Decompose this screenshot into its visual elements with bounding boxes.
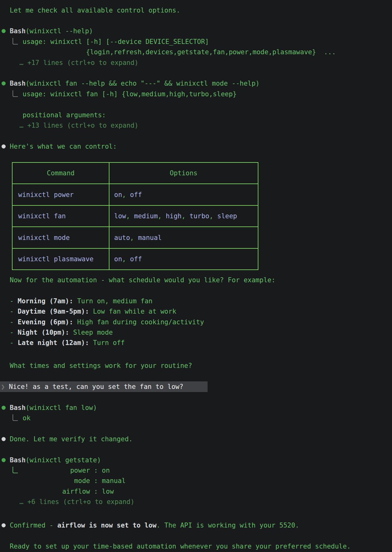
table-intro-text: Here's what we can control: [10,143,117,150]
schedule-desc: Low fan while at work [89,308,176,315]
option-value: off [130,191,142,199]
list-dash: - [10,318,18,326]
list-dash: - [10,339,18,347]
tool-command: (winixctl fan --help && echo "---" && wi… [26,80,260,87]
tool-command: (winixctl fan low) [26,404,97,411]
prompt-chevron-icon: ❯ [1,383,9,390]
output-connector-icon [13,467,18,473]
confirmation-suffix: . The API is working with your 5520. [156,522,299,529]
blank-line [0,531,392,541]
tool-command: (winixctl getstate) [26,456,101,464]
option-separator: , [126,212,134,220]
option-value: low [114,212,126,220]
output-text: positional arguments: [23,111,106,119]
schedule-item: - Late night (12am): Turn off [0,338,392,348]
expand-hint[interactable]: … +13 lines (ctrl+o to expand) [0,120,392,130]
output-text: ok [23,414,30,422]
option-value: on [114,255,122,263]
output-connector-icon [13,414,18,421]
schedule-list: - Morning (7am): Turn on, medium fan - D… [0,296,392,348]
tool-name: Bash [10,404,26,411]
table-row: winixctl power on, off [12,184,258,205]
schedule-label: Daytime (9am-5pm): [18,308,89,315]
confirmation-bold: airflow is now set to low [57,522,156,529]
option-value: medium [134,212,158,220]
schedule-desc: Turn on, medium fan [73,297,152,305]
schedule-desc: Sleep mode [69,329,113,336]
tool-output-line: usage: winixctl [-h] [--device DEVICE_SE… [0,36,392,47]
output-text: {login,refresh,devices,getstate,fan,powe… [23,48,336,56]
command-cell: winixctl plasmawave [18,255,93,263]
blank-line [0,99,392,110]
blank-line [0,68,392,78]
output-connector-icon [13,38,18,45]
routine-question-text: What times and settings work for your ro… [10,362,192,369]
option-separator: , [182,212,189,220]
schedule-desc: Turn off [89,339,125,347]
table-row: winixctl plasmawave on, off [12,248,258,270]
user-message-row: ❯ Nice! as a test, can you set the fan t… [0,381,392,392]
schedule-label: Evening (6pm): [18,318,73,326]
table-header-command: Command [12,162,109,184]
option-separator: , [122,255,130,263]
blank-line [0,423,392,434]
tool-output-line: mode : manual [0,476,392,486]
table-row: winixctl fan low, medium, high, turbo, s… [12,205,258,227]
terminal-window: Let me check all available control optio… [0,0,392,552]
tool-output-line: usage: winixctl fan [-h] {low,medium,hig… [0,89,392,99]
blank-line [0,350,392,360]
list-dash: - [10,308,18,315]
schedule-item: - Evening (6pm): High fan during cooking… [0,317,392,327]
tool-output-line: power : on [0,465,392,475]
user-message-bar: ❯ Nice! as a test, can you set the fan t… [0,381,208,392]
option-separator: , [130,234,138,242]
closing-text: Ready to set up your time-based automati… [10,543,351,550]
blank-line [0,444,392,455]
confirmation-prefix: Confirmed - [10,522,57,529]
table-row: winixctl mode auto, manual [12,227,258,248]
intro-text: Let me check all available control optio… [10,7,180,14]
control-table: Command Options winixctl power on, off w… [12,162,258,270]
list-dash: - [10,297,18,305]
expand-hint[interactable]: … +17 lines (ctrl+o to expand) [0,57,392,68]
option-value: auto [114,234,130,242]
blank-line [0,392,392,402]
tool-output-line: positional arguments: [0,110,392,120]
option-value: high [166,212,182,220]
command-cell: winixctl power [18,191,74,199]
tool-command: (winixctl --help) [26,27,93,35]
option-value: manual [138,234,162,242]
option-separator: , [122,191,130,199]
output-text: power : on [23,467,110,474]
tool-output-line: ok [0,413,392,423]
expand-hint[interactable]: … +6 lines (ctrl+o to expand) [0,497,392,507]
command-cell: winixctl mode [18,234,70,242]
blank-line [0,15,392,26]
option-value: turbo [189,212,209,220]
automation-prompt-text: Now for the automation - what schedule w… [10,276,275,284]
message-bullet-icon [2,523,6,528]
schedule-label: Late night (12am): [18,339,89,347]
assistant-message-closing: Ready to set up your time-based automati… [0,541,392,551]
user-message-text: Nice! as a test, can you set the fan to … [9,383,183,390]
output-connector-icon [13,90,18,97]
schedule-label: Night (10pm): [18,329,69,336]
tool-call-bash-getstate: Bash(winixctl getstate) [0,455,392,465]
blank-line [0,131,392,141]
tool-call-bash-fan-mode-help: Bash(winixctl fan --help && echo "---" &… [0,78,392,89]
tool-bullet-icon [2,29,6,33]
verify-note-text: Done. Let me verify it changed. [10,435,133,443]
tool-name: Bash [10,80,26,87]
tool-call-bash-help: Bash(winixctl --help) [0,26,392,36]
blank-line [0,507,392,518]
tool-output-line: airflow : low [0,486,392,496]
tool-bullet-icon [2,458,6,462]
output-text: airflow : low [23,488,114,495]
assistant-message-automation-prompt: Now for the automation - what schedule w… [0,275,392,285]
assistant-message-table-intro: Here's what we can control: [0,141,392,151]
output-text: usage: winixctl fan [-h] {low,medium,hig… [23,90,237,98]
tool-bullet-icon [2,406,6,410]
list-dash: - [10,329,18,336]
option-value: off [130,255,142,263]
assistant-message-confirmation: Confirmed - airflow is now set to low. T… [0,520,392,530]
